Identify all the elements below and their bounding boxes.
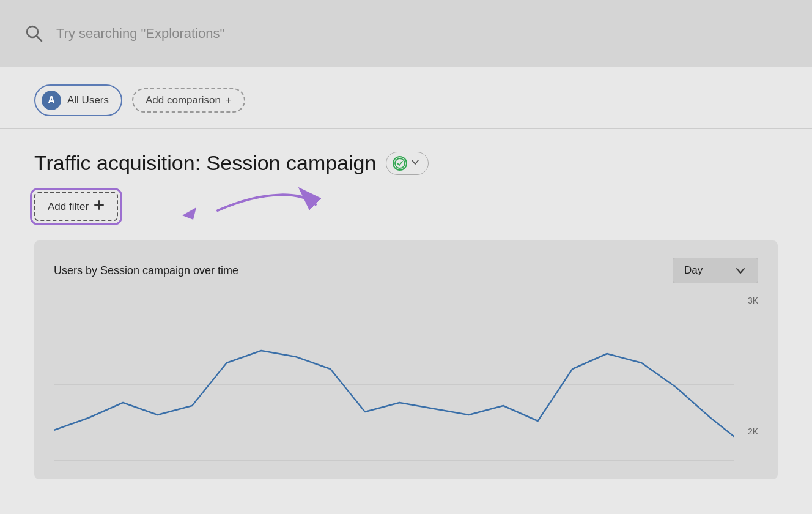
search-placeholder[interactable]: Try searching "Explorations": [56, 26, 224, 42]
add-filter-button[interactable]: Add filter: [34, 192, 118, 221]
filter-bar: A All Users Add comparison +: [0, 67, 812, 129]
svg-point-2: [395, 158, 405, 168]
chart-title: Users by Session campaign over time: [54, 264, 238, 277]
status-badge[interactable]: [386, 152, 429, 175]
add-filter-icon: [94, 199, 105, 214]
avatar: A: [42, 91, 61, 110]
add-comparison-icon: +: [226, 94, 232, 106]
main-content: Traffic acquisition: Session campaign Ad…: [0, 129, 812, 479]
chart-header: Users by Session campaign over time Day: [54, 258, 758, 283]
page-title-row: Traffic acquisition: Session campaign: [34, 151, 778, 175]
search-bar: Try searching "Explorations": [0, 0, 812, 67]
dropdown-chevron-icon: [734, 264, 747, 277]
y-axis-max-label: 3K: [748, 296, 758, 305]
chart-container: Users by Session campaign over time Day …: [34, 240, 778, 479]
all-users-pill[interactable]: A All Users: [34, 84, 122, 116]
arrow-annotation: [169, 186, 328, 247]
chevron-down-icon: [411, 158, 419, 169]
svg-line-1: [37, 36, 42, 42]
search-icon: [24, 24, 44, 43]
time-period-label: Day: [684, 264, 703, 277]
chart-area: 3K 2K: [54, 296, 758, 473]
green-check-icon: [393, 156, 407, 171]
svg-marker-6: [182, 207, 196, 220]
time-period-dropdown[interactable]: Day: [673, 258, 758, 283]
page-title: Traffic acquisition: Session campaign: [34, 151, 376, 175]
line-chart-svg: [54, 308, 734, 461]
add-comparison-label: Add comparison: [146, 94, 221, 106]
all-users-label: All Users: [67, 94, 109, 106]
add-filter-label: Add filter: [48, 201, 89, 213]
add-comparison-button[interactable]: Add comparison +: [132, 88, 245, 113]
y-axis-mid-label: 2K: [748, 426, 758, 436]
add-filter-wrap: Add filter: [34, 192, 118, 221]
